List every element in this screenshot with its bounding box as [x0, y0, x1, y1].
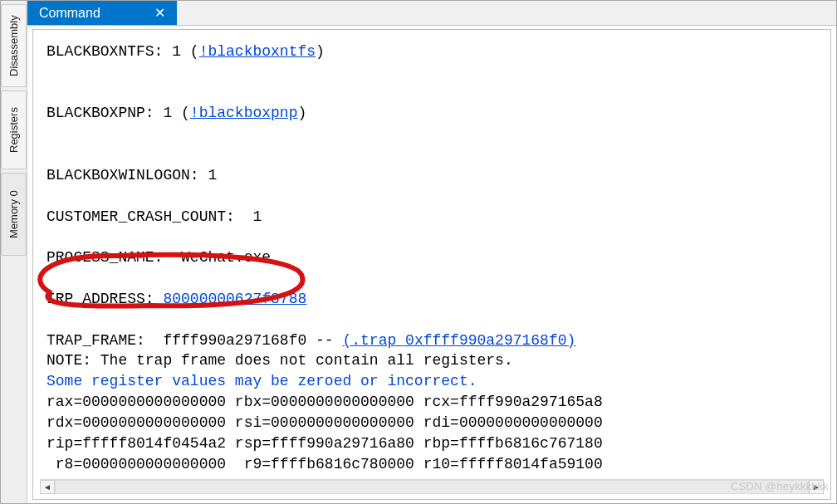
scroll-right-icon[interactable]: ►: [809, 480, 824, 494]
close-icon[interactable]: ✕: [154, 7, 165, 20]
scroll-track[interactable]: [55, 480, 809, 494]
line-reg-rax: rax=0000000000000000 rbx=000000000000000…: [46, 394, 603, 410]
link-blackboxntfs[interactable]: !blackboxntfs: [199, 43, 316, 60]
line-reg-rdx: rdx=0000000000000000 rsi=000000000000000…: [46, 414, 603, 431]
horizontal-scrollbar[interactable]: ◄ ►: [40, 479, 824, 494]
scroll-left-icon[interactable]: ◄: [40, 480, 55, 494]
line-register-warning: Some register values may be zeroed or in…: [46, 373, 477, 389]
line-customer-crash-count: CUSTOMER_CRASH_COUNT: 1: [46, 208, 262, 225]
line-blackboxpnp: BLACKBOXPNP: 1 (!blackboxpnp): [46, 105, 306, 121]
link-irp-address[interactable]: 80000000627f8788: [163, 291, 306, 307]
line-blackboxwinlogon: BLACKBOXWINLOGON: 1: [46, 167, 217, 183]
line-reg-r8: r8=0000000000000000 r9=ffffb6816c780000 …: [46, 456, 603, 472]
tab-disassembly[interactable]: Disassembly: [1, 4, 27, 87]
command-output[interactable]: BLACKBOXNTFS: 1 (!blackboxntfs) BLACKBOX…: [33, 30, 830, 479]
line-blackboxntfs: BLACKBOXNTFS: 1 (!blackboxntfs): [46, 43, 325, 60]
line-irp-address: IRP_ADDRESS: 80000000627f8788: [46, 291, 306, 307]
tab-registers[interactable]: Registers: [1, 91, 27, 169]
side-tab-strip: Disassembly Registers Memory 0: [1, 1, 27, 503]
tab-header: Command ✕: [27, 1, 836, 26]
line-note: NOTE: The trap frame does not contain al…: [46, 352, 513, 369]
line-reg-rip: rip=fffff8014f0454a2 rsp=ffff990a29716a8…: [46, 435, 603, 452]
link-blackboxpnp[interactable]: !blackboxpnp: [190, 105, 298, 121]
line-process-name: PROCESS_NAME: WeChat.exe: [46, 249, 271, 266]
link-trap-frame[interactable]: (.trap 0xffff990a297168f0): [342, 332, 575, 349]
tab-command-label: Command: [39, 6, 100, 21]
command-output-frame: BLACKBOXNTFS: 1 (!blackboxntfs) BLACKBOX…: [32, 29, 831, 500]
tab-memory-0[interactable]: Memory 0: [1, 173, 27, 256]
line-trap-frame: TRAP_FRAME: ffff990a297168f0 -- (.trap 0…: [46, 332, 575, 349]
tab-command[interactable]: Command ✕: [27, 1, 177, 25]
